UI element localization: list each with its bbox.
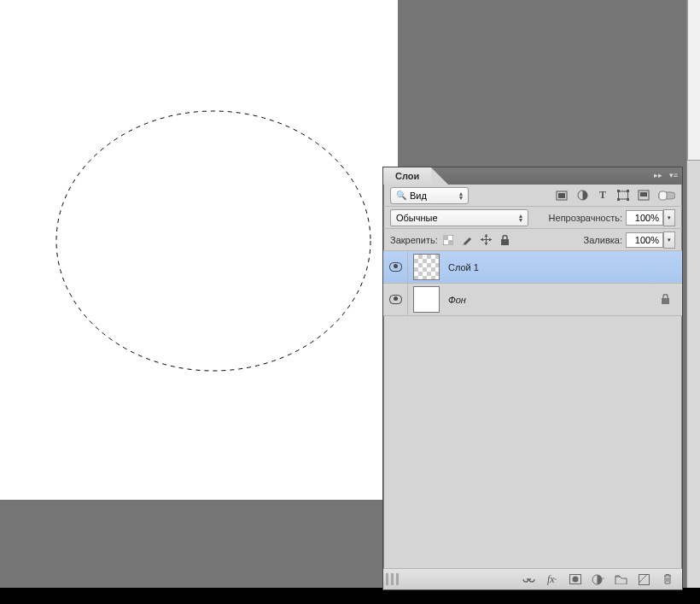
lock-transparency-icon[interactable] [443,234,454,245]
layer-thumbnail[interactable] [413,254,440,280]
layer-row[interactable]: Слой 1 [383,251,682,284]
app-stage: { "panel": { "title": "Слои", "search_la… [0,0,700,604]
opacity-label: Непрозрачность: [549,213,622,223]
document-canvas[interactable] [0,0,398,500]
filter-row: 🔍 Вид ▴▾ T [383,185,682,207]
opacity-value: 100% [635,213,659,223]
search-icon: 🔍 [396,191,406,200]
lock-position-icon[interactable] [481,234,492,245]
panel-footer: fx▫ ▫ [383,568,682,589]
scrollbar-thumb[interactable] [687,0,700,161]
svg-rect-17 [662,298,669,304]
filter-type-icon[interactable]: T [597,190,609,202]
layer-fx-icon[interactable]: fx▫ [545,573,558,586]
layer-row[interactable]: Фон [383,284,682,316]
add-mask-icon[interactable] [569,573,581,586]
fill-slider-toggle[interactable]: ▾ [663,232,675,249]
layer-thumbnail[interactable] [413,286,440,313]
new-adjustment-icon[interactable]: ▫ [592,573,604,586]
svg-rect-2 [558,193,565,198]
visibility-toggle-icon[interactable] [389,295,402,304]
filter-toggle-switch[interactable] [658,190,675,202]
chevron-updown-icon: ▴▾ [519,214,522,222]
svg-rect-5 [617,190,620,192]
filter-type-label: Вид [410,191,427,201]
svg-rect-21 [639,574,650,584]
lock-fill-row: Закрепить: Заливка: 100% ▾ [383,229,682,251]
svg-rect-10 [640,192,647,196]
collapse-icon[interactable]: ▸▸ [653,170,663,180]
fill-input[interactable]: 100% [626,232,663,248]
svg-rect-4 [619,191,628,199]
panel-menu-icon[interactable]: ▾≡ [668,170,679,180]
filter-smart-icon[interactable] [638,190,650,202]
fill-value: 100% [635,235,659,245]
panel-resize-grip[interactable] [383,568,435,589]
svg-rect-12 [659,191,667,200]
panel-title: Слои [395,171,419,181]
new-group-icon[interactable] [615,573,627,586]
blend-mode-select[interactable]: Обычные ▴▾ [390,209,528,226]
svg-rect-14 [443,235,448,240]
link-layers-icon[interactable] [522,573,535,586]
fill-label: Заливка: [584,235,622,245]
opacity-slider-toggle[interactable]: ▾ [663,209,675,226]
svg-rect-7 [617,198,620,201]
svg-rect-8 [627,198,629,201]
svg-point-19 [572,577,578,583]
new-layer-icon[interactable] [638,573,650,586]
blend-opacity-row: Обычные ▴▾ Непрозрачность: 100% ▾ [383,207,682,229]
delete-layer-icon[interactable] [661,573,674,586]
layer-name[interactable]: Фон [448,295,466,305]
blend-mode-value: Обычные [396,213,438,223]
lock-all-icon[interactable] [499,234,510,245]
opacity-input[interactable]: 100% [626,210,663,226]
workspace-bg-top [398,0,686,165]
svg-rect-15 [448,240,453,245]
filter-adjustment-icon[interactable] [576,190,588,202]
workspace-bg-bottom [0,500,398,588]
selection-marquee [0,0,398,500]
chevron-updown-icon: ▴▾ [459,191,463,200]
svg-rect-6 [627,190,629,192]
lock-icon [661,294,670,306]
panel-tab-layers[interactable]: Слои [383,167,431,185]
filter-pixel-icon[interactable] [556,190,568,202]
layers-list: Слой 1 Фон [383,251,682,316]
visibility-toggle-icon[interactable] [389,262,402,272]
lock-pixels-icon[interactable] [462,234,473,245]
layer-filter-select[interactable]: 🔍 Вид ▴▾ [390,187,469,204]
filter-shape-icon[interactable] [617,190,629,202]
vertical-scrollbar[interactable] [686,0,700,588]
lock-label: Закрепить: [390,235,438,245]
svg-point-0 [56,111,370,371]
svg-rect-16 [501,239,509,245]
layer-name[interactable]: Слой 1 [448,262,479,273]
layers-panel: Слои ▸▸ ▾≡ 🔍 Вид ▴▾ T [382,167,683,590]
panel-header[interactable]: Слои ▸▸ ▾≡ [383,167,682,185]
